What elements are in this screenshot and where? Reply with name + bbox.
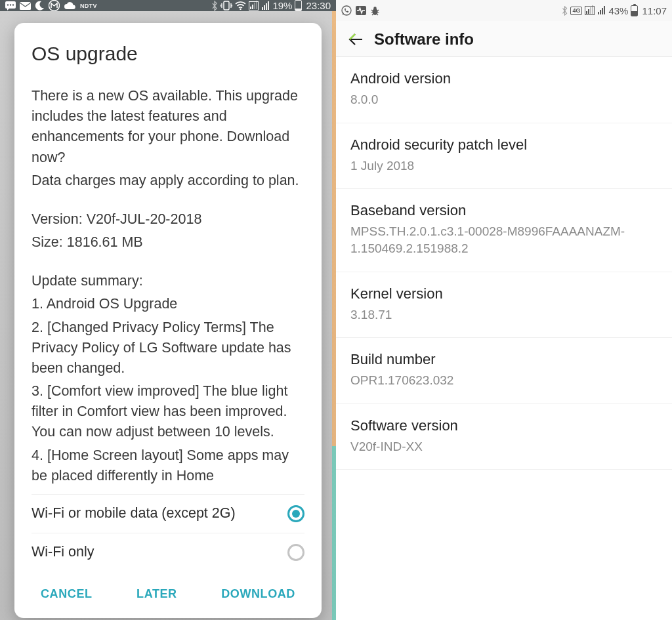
info-build-number[interactable]: Build number OPR1.170623.032	[336, 338, 672, 404]
info-baseband[interactable]: Baseband version MPSS.TH.2.0.1.c3.1-0002…	[336, 189, 672, 272]
download-button[interactable]: DOWNLOAD	[216, 583, 301, 605]
status-bar-left: NDTV 19% 23:30	[0, 0, 336, 11]
network-4g-badge: 4G	[570, 7, 582, 15]
svg-point-7	[240, 9, 242, 10]
summary-item-3: 3. [Comfort view improved] The blue ligh…	[32, 381, 304, 443]
sms-icon	[5, 1, 16, 10]
info-kernel[interactable]: Kernel version 3.18.71	[336, 272, 672, 339]
info-value: 1 July 2018	[350, 157, 658, 175]
software-info-list[interactable]: Android version 8.0.0 Android security p…	[336, 57, 672, 620]
cancel-button[interactable]: CANCEL	[35, 583, 98, 605]
radio-indicator-icon	[287, 544, 304, 561]
dialog-title: OS upgrade	[32, 43, 304, 65]
svg-rect-6	[224, 1, 229, 10]
radio-label: Wi-Fi or mobile data (except 2G)	[32, 505, 236, 522]
radio-indicator-selected-icon	[287, 505, 304, 522]
info-value: 8.0.0	[350, 91, 658, 108]
dialog-body[interactable]: There is a new OS available. This upgrad…	[32, 86, 304, 489]
info-value: OPR1.170623.032	[350, 372, 658, 389]
summary-header: Update summary:	[32, 271, 304, 291]
software-info-header: Software info	[336, 21, 672, 57]
signal-sim1-icon	[249, 1, 259, 10]
back-icon[interactable]	[348, 31, 364, 47]
battery-icon	[631, 5, 638, 16]
clock: 11:07	[642, 5, 667, 16]
info-label: Android version	[350, 70, 658, 87]
info-security-patch[interactable]: Android security patch level 1 July 2018	[336, 123, 672, 190]
radio-label: Wi-Fi only	[32, 544, 94, 560]
summary-item-4: 4. [Home Screen layout] Some apps may be…	[32, 445, 304, 486]
info-value: MPSS.TH.2.0.1.c3.1-00028-M8996FAAAANAZM-…	[350, 223, 658, 257]
page-title: Software info	[374, 30, 474, 49]
whatsapp-icon	[341, 5, 352, 16]
later-button[interactable]: LATER	[131, 583, 182, 605]
dialog-actions: CANCEL LATER DOWNLOAD	[32, 571, 304, 618]
svg-point-11	[373, 7, 377, 10]
cloud-icon	[64, 1, 76, 10]
summary-item-2: 2. [Changed Privacy Policy Terms] The Pr…	[32, 318, 304, 379]
debug-icon	[370, 6, 380, 16]
phone-left: NDTV 19% 23:30 OS upgrade There is a new…	[0, 0, 336, 620]
battery-icon	[295, 0, 302, 11]
bluetooth-icon	[211, 1, 218, 11]
info-label: Baseband version	[350, 202, 658, 219]
version-line: Version: V20f-JUL-20-2018	[32, 209, 304, 230]
phone-right: 4G 43% 11:07 Software info Android versi…	[336, 0, 672, 620]
clock: 23:30	[306, 0, 331, 11]
battery-pct: 19%	[272, 0, 292, 11]
svg-point-1	[7, 4, 9, 5]
moon-icon	[35, 1, 45, 10]
svg-point-2	[10, 4, 11, 5]
activity-icon	[356, 6, 366, 15]
svg-rect-4	[20, 2, 31, 10]
info-value: V20f-IND-XX	[350, 438, 658, 455]
info-label: Android security patch level	[350, 136, 658, 154]
vibrate-icon	[220, 1, 232, 10]
status-bar-right: 4G 43% 11:07	[336, 0, 672, 21]
mail-icon	[20, 2, 31, 10]
m-app-icon	[49, 0, 60, 11]
info-android-version[interactable]: Android version 8.0.0	[336, 57, 672, 123]
info-label: Kernel version	[350, 285, 658, 302]
dialog-para1: There is a new OS available. This upgrad…	[32, 86, 304, 168]
info-software-version[interactable]: Software version V20f-IND-XX	[336, 404, 672, 470]
info-value: 3.18.71	[350, 306, 658, 323]
ndtv-icon: NDTV	[80, 3, 97, 9]
radio-wifi-or-mobile[interactable]: Wi-Fi or mobile data (except 2G)	[32, 494, 304, 533]
dialog-para2: Data charges may apply according to plan…	[32, 171, 304, 191]
radio-wifi-only[interactable]: Wi-Fi only	[32, 533, 304, 571]
summary-item-1: 1. Android OS Upgrade	[32, 294, 304, 314]
wifi-icon	[235, 1, 246, 10]
signal-sim1-icon	[585, 6, 595, 15]
signal-sim2-icon	[261, 1, 270, 10]
download-method-group: Wi-Fi or mobile data (except 2G) Wi-Fi o…	[32, 494, 304, 571]
info-label: Software version	[350, 417, 658, 434]
battery-pct: 43%	[608, 5, 628, 16]
size-line: Size: 1816.61 MB	[32, 232, 304, 253]
signal-sim2-icon	[597, 6, 606, 15]
bluetooth-icon	[562, 6, 568, 16]
info-label: Build number	[350, 351, 658, 368]
svg-point-3	[12, 4, 14, 5]
dialog-overlay: OS upgrade There is a new OS available. …	[0, 11, 336, 620]
os-upgrade-dialog: OS upgrade There is a new OS available. …	[14, 23, 322, 618]
